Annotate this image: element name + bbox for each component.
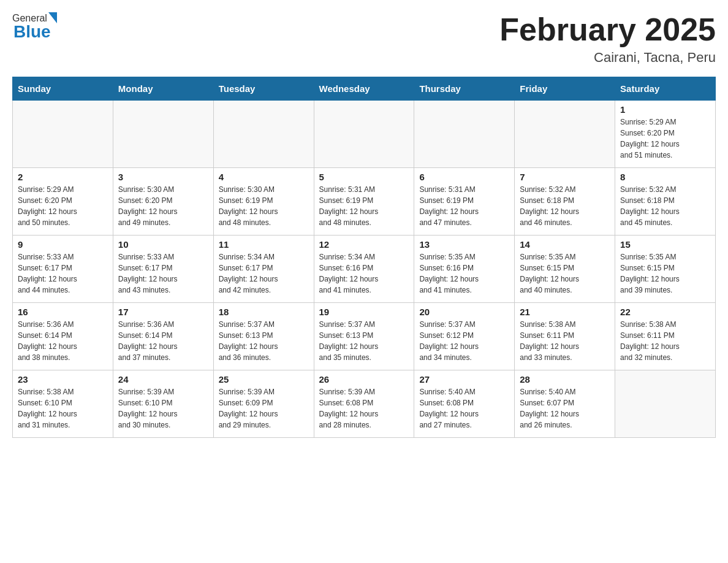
calendar-cell: 7Sunrise: 5:32 AM Sunset: 6:18 PM Daylig… [515, 168, 615, 236]
day-info: Sunrise: 5:35 AM Sunset: 6:15 PM Dayligh… [620, 251, 710, 296]
day-number: 8 [620, 172, 710, 182]
title-area: February 2025 Cairani, Tacna, Peru [499, 12, 716, 66]
day-header-wednesday: Wednesday [314, 77, 414, 101]
day-info: Sunrise: 5:36 AM Sunset: 6:14 PM Dayligh… [118, 319, 208, 363]
day-number: 21 [520, 307, 610, 317]
calendar-cell: 20Sunrise: 5:37 AM Sunset: 6:12 PM Dayli… [414, 303, 515, 370]
day-info: Sunrise: 5:32 AM Sunset: 6:18 PM Dayligh… [520, 184, 610, 228]
day-number: 24 [118, 374, 208, 385]
day-number: 1 [620, 104, 710, 115]
day-info: Sunrise: 5:35 AM Sunset: 6:16 PM Dayligh… [419, 251, 509, 296]
day-info: Sunrise: 5:38 AM Sunset: 6:11 PM Dayligh… [620, 319, 710, 363]
calendar-cell: 16Sunrise: 5:36 AM Sunset: 6:14 PM Dayli… [13, 303, 113, 370]
day-info: Sunrise: 5:36 AM Sunset: 6:14 PM Dayligh… [18, 319, 108, 363]
day-number: 7 [520, 172, 610, 182]
calendar-cell: 21Sunrise: 5:38 AM Sunset: 6:11 PM Dayli… [515, 303, 615, 370]
day-number: 27 [419, 374, 509, 385]
day-info: Sunrise: 5:40 AM Sunset: 6:07 PM Dayligh… [520, 386, 610, 431]
calendar-cell: 14Sunrise: 5:35 AM Sunset: 6:15 PM Dayli… [515, 236, 615, 303]
day-number: 6 [419, 172, 509, 182]
calendar-cell: 28Sunrise: 5:40 AM Sunset: 6:07 PM Dayli… [515, 370, 615, 438]
day-number: 4 [219, 172, 309, 182]
day-info: Sunrise: 5:30 AM Sunset: 6:19 PM Dayligh… [219, 184, 309, 228]
day-number: 20 [419, 307, 509, 317]
day-number: 19 [319, 307, 409, 317]
calendar-cell: 3Sunrise: 5:30 AM Sunset: 6:20 PM Daylig… [113, 168, 213, 236]
calendar-cell: 11Sunrise: 5:34 AM Sunset: 6:17 PM Dayli… [213, 236, 314, 303]
day-info: Sunrise: 5:38 AM Sunset: 6:10 PM Dayligh… [18, 386, 108, 431]
calendar-week-1: 2Sunrise: 5:29 AM Sunset: 6:20 PM Daylig… [13, 168, 716, 236]
day-info: Sunrise: 5:33 AM Sunset: 6:17 PM Dayligh… [18, 251, 108, 296]
day-info: Sunrise: 5:31 AM Sunset: 6:19 PM Dayligh… [419, 184, 509, 228]
calendar-cell: 17Sunrise: 5:36 AM Sunset: 6:14 PM Dayli… [113, 303, 213, 370]
logo-blue-text: Blue [13, 22, 51, 42]
day-number: 10 [118, 239, 208, 250]
calendar-cell: 10Sunrise: 5:33 AM Sunset: 6:17 PM Dayli… [113, 236, 213, 303]
day-number: 12 [319, 239, 409, 250]
day-info: Sunrise: 5:30 AM Sunset: 6:20 PM Dayligh… [118, 184, 208, 228]
calendar-week-4: 23Sunrise: 5:38 AM Sunset: 6:10 PM Dayli… [13, 370, 716, 438]
calendar-cell: 24Sunrise: 5:39 AM Sunset: 6:10 PM Dayli… [113, 370, 213, 438]
calendar-cell [314, 101, 414, 168]
day-info: Sunrise: 5:37 AM Sunset: 6:12 PM Dayligh… [419, 319, 509, 363]
day-header-friday: Friday [515, 77, 615, 101]
calendar-cell: 2Sunrise: 5:29 AM Sunset: 6:20 PM Daylig… [13, 168, 113, 236]
day-info: Sunrise: 5:34 AM Sunset: 6:16 PM Dayligh… [319, 251, 409, 296]
calendar-cell: 1Sunrise: 5:29 AM Sunset: 6:20 PM Daylig… [615, 101, 716, 168]
calendar-week-2: 9Sunrise: 5:33 AM Sunset: 6:17 PM Daylig… [13, 236, 716, 303]
calendar-cell [414, 101, 515, 168]
calendar-cell: 6Sunrise: 5:31 AM Sunset: 6:19 PM Daylig… [414, 168, 515, 236]
calendar-cell [615, 370, 716, 438]
month-title: February 2025 [499, 12, 716, 47]
calendar-cell: 18Sunrise: 5:37 AM Sunset: 6:13 PM Dayli… [213, 303, 314, 370]
day-info: Sunrise: 5:35 AM Sunset: 6:15 PM Dayligh… [520, 251, 610, 296]
calendar-cell [13, 101, 113, 168]
day-info: Sunrise: 5:33 AM Sunset: 6:17 PM Dayligh… [118, 251, 208, 296]
day-info: Sunrise: 5:39 AM Sunset: 6:10 PM Dayligh… [118, 386, 208, 431]
calendar-week-0: 1Sunrise: 5:29 AM Sunset: 6:20 PM Daylig… [13, 101, 716, 168]
day-number: 28 [520, 374, 610, 385]
calendar-cell: 19Sunrise: 5:37 AM Sunset: 6:13 PM Dayli… [314, 303, 414, 370]
calendar-cell: 13Sunrise: 5:35 AM Sunset: 6:16 PM Dayli… [414, 236, 515, 303]
day-number: 15 [620, 239, 710, 250]
day-header-tuesday: Tuesday [213, 77, 314, 101]
day-info: Sunrise: 5:39 AM Sunset: 6:08 PM Dayligh… [319, 386, 409, 431]
day-number: 23 [18, 374, 108, 385]
day-info: Sunrise: 5:37 AM Sunset: 6:13 PM Dayligh… [219, 319, 309, 363]
day-number: 14 [520, 239, 610, 250]
day-number: 9 [18, 239, 108, 250]
day-number: 5 [319, 172, 409, 182]
day-info: Sunrise: 5:37 AM Sunset: 6:13 PM Dayligh… [319, 319, 409, 363]
calendar-cell: 27Sunrise: 5:40 AM Sunset: 6:08 PM Dayli… [414, 370, 515, 438]
day-number: 2 [18, 172, 108, 182]
calendar-header-row: SundayMondayTuesdayWednesdayThursdayFrid… [13, 77, 716, 101]
day-info: Sunrise: 5:29 AM Sunset: 6:20 PM Dayligh… [18, 184, 108, 228]
calendar-week-3: 16Sunrise: 5:36 AM Sunset: 6:14 PM Dayli… [13, 303, 716, 370]
day-number: 16 [18, 307, 108, 317]
day-info: Sunrise: 5:39 AM Sunset: 6:09 PM Dayligh… [219, 386, 309, 431]
calendar-cell [113, 101, 213, 168]
day-number: 22 [620, 307, 710, 317]
day-number: 18 [219, 307, 309, 317]
header: General Blue February 2025 Cairani, Tacn… [12, 12, 716, 66]
day-number: 11 [219, 239, 309, 250]
day-info: Sunrise: 5:40 AM Sunset: 6:08 PM Dayligh… [419, 386, 509, 431]
day-header-thursday: Thursday [414, 77, 515, 101]
calendar-cell: 25Sunrise: 5:39 AM Sunset: 6:09 PM Dayli… [213, 370, 314, 438]
day-number: 17 [118, 307, 208, 317]
day-header-monday: Monday [113, 77, 213, 101]
calendar-cell [515, 101, 615, 168]
location-title: Cairani, Tacna, Peru [499, 50, 716, 66]
logo: General Blue [12, 12, 57, 42]
day-number: 3 [118, 172, 208, 182]
day-number: 13 [419, 239, 509, 250]
day-info: Sunrise: 5:38 AM Sunset: 6:11 PM Dayligh… [520, 319, 610, 363]
calendar-cell [213, 101, 314, 168]
day-header-saturday: Saturday [615, 77, 716, 101]
calendar-cell: 12Sunrise: 5:34 AM Sunset: 6:16 PM Dayli… [314, 236, 414, 303]
calendar-cell: 4Sunrise: 5:30 AM Sunset: 6:19 PM Daylig… [213, 168, 314, 236]
day-info: Sunrise: 5:34 AM Sunset: 6:17 PM Dayligh… [219, 251, 309, 296]
day-info: Sunrise: 5:31 AM Sunset: 6:19 PM Dayligh… [319, 184, 409, 228]
calendar-cell: 23Sunrise: 5:38 AM Sunset: 6:10 PM Dayli… [13, 370, 113, 438]
calendar-cell: 26Sunrise: 5:39 AM Sunset: 6:08 PM Dayli… [314, 370, 414, 438]
